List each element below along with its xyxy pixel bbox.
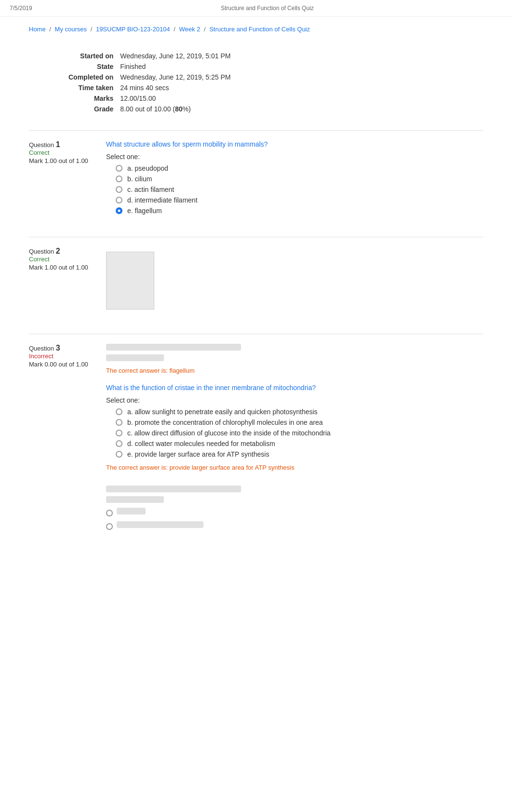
q1-mark: Mark 1.00 out of 1.00 <box>29 157 96 164</box>
breadcrumb-mycourses[interactable]: My courses <box>55 26 87 33</box>
blurred-q5-option <box>106 508 483 518</box>
list-item: d. intermediate filament <box>116 196 483 204</box>
radio-c[interactable] <box>116 186 122 193</box>
main-content: Started on Wednesday, June 12, 2019, 5:0… <box>0 41 512 570</box>
question-body-3: The correct answer is: flagellum What is… <box>106 344 483 532</box>
q3-status: Incorrect <box>29 352 96 360</box>
grade-label: Grade <box>68 105 119 115</box>
grade-text: 8.00 out of 10.00 ( <box>120 105 175 113</box>
q1-options: a. pseudopod b. cilium c. actin filament… <box>116 164 483 215</box>
q-label-text: Question <box>29 141 54 149</box>
breadcrumb-sep3: / <box>174 26 175 33</box>
q2-mark: Mark 1.00 out of 1.00 <box>29 264 96 271</box>
blurred-q5-2 <box>106 496 164 503</box>
blurred-option-text-2 <box>117 521 203 528</box>
blurred-q5-1 <box>106 486 241 492</box>
breadcrumb-sep2: / <box>91 26 93 33</box>
q-number-3: 3 <box>56 344 60 352</box>
breadcrumb-sep1: / <box>49 26 51 33</box>
blurred-line-2 <box>106 354 164 361</box>
question-body-2 <box>106 247 483 314</box>
question-block-1: Question 1 Correct Mark 1.00 out of 1.00… <box>29 130 483 217</box>
question-label-3: Question 3 <box>29 344 96 352</box>
blurred-option-text-1 <box>117 508 146 514</box>
radio-a[interactable] <box>116 165 122 172</box>
q2-image <box>106 252 154 310</box>
question-label-2: Question 2 <box>29 247 96 256</box>
q1-status: Correct <box>29 149 96 156</box>
list-item: d. collect water molecules needed for me… <box>116 440 483 447</box>
q4-section: What is the function of cristae in the i… <box>106 384 483 471</box>
q3-correct-answer: The correct answer is: flagellum <box>106 367 483 374</box>
state-label: State <box>68 63 119 72</box>
question-label-1: Question 1 <box>29 140 96 149</box>
radio-b[interactable] <box>116 176 122 182</box>
q2-status: Correct <box>29 256 96 263</box>
completed-on-value: Wednesday, June 12, 2019, 5:25 PM <box>120 73 230 83</box>
q4-correct-answer: The correct answer is: provide larger su… <box>106 464 483 471</box>
list-item: e. provide larger surface area for ATP s… <box>116 450 483 458</box>
time-taken-label: Time taken <box>68 84 119 94</box>
q5-blurred-section <box>106 486 483 532</box>
q3-blurred-text <box>106 344 483 361</box>
completed-on-label: Completed on <box>68 73 119 83</box>
q1-text: What structure allows for sperm mobility… <box>106 140 483 148</box>
state-value: Finished <box>120 63 230 72</box>
q4-select-one: Select one: <box>106 396 483 404</box>
list-item: b. cilium <box>116 175 483 183</box>
question-block-3: Question 3 Incorrect Mark 0.00 out of 1.… <box>29 334 483 532</box>
list-item: a. pseudopod <box>116 164 483 172</box>
breadcrumb-quiz[interactable]: Structure and Function of Cells Quiz <box>209 26 310 33</box>
breadcrumb-week[interactable]: Week 2 <box>179 26 200 33</box>
radio-q4-a[interactable] <box>116 408 122 415</box>
grade-value: 8.00 out of 10.00 (80%) <box>120 105 230 115</box>
radio-q4-c[interactable] <box>116 430 122 436</box>
list-item: c. actin filament <box>116 186 483 193</box>
list-item: b. promote the concentration of chloroph… <box>116 419 483 426</box>
breadcrumb-sep4: / <box>204 26 206 33</box>
list-item: c. allow direct diffusion of glucose int… <box>116 429 483 437</box>
started-on-label: Started on <box>68 52 119 62</box>
top-bar: 7/5/2019 Structure and Function of Cells… <box>0 0 512 17</box>
radio-q5-blurred-2[interactable] <box>106 523 113 530</box>
marks-value: 12.00/15.00 <box>120 95 230 104</box>
breadcrumb: Home / My courses / 19SUCMP BIO-123-2010… <box>0 17 512 41</box>
breadcrumb-course[interactable]: 19SUCMP BIO-123-20104 <box>96 26 170 33</box>
q-number-1: 1 <box>56 140 60 149</box>
date-label: 7/5/2019 <box>10 5 32 12</box>
blurred-q5-option2 <box>106 521 483 532</box>
question-meta-3: Question 3 Incorrect Mark 0.00 out of 1.… <box>29 344 106 532</box>
question-block-2: Question 2 Correct Mark 1.00 out of 1.00 <box>29 237 483 314</box>
radio-q4-d[interactable] <box>116 440 122 447</box>
breadcrumb-home[interactable]: Home <box>29 26 46 33</box>
q-label-text-3: Question <box>29 345 54 352</box>
q4-options: a. allow sunlight to penetrate easily an… <box>116 408 483 458</box>
list-item: e. flagellum <box>116 207 483 215</box>
marks-label: Marks <box>68 95 119 104</box>
radio-d[interactable] <box>116 197 122 203</box>
list-item: a. allow sunlight to penetrate easily an… <box>116 408 483 416</box>
started-on-value: Wednesday, June 12, 2019, 5:01 PM <box>120 52 230 62</box>
question-body-1: What structure allows for sperm mobility… <box>106 140 483 217</box>
radio-e[interactable] <box>116 207 122 214</box>
q1-select-one: Select one: <box>106 153 483 161</box>
blurred-line-1 <box>106 344 241 351</box>
page-title: Structure and Function of Cells Quiz <box>221 5 314 12</box>
q-label-text-2: Question <box>29 248 54 255</box>
grade-percent: %) <box>183 105 191 113</box>
radio-q4-b[interactable] <box>116 419 122 426</box>
q4-text: What is the function of cristae in the i… <box>106 384 483 392</box>
radio-q5-blurred[interactable] <box>106 510 113 516</box>
q-number-2: 2 <box>56 247 60 255</box>
summary-table: Started on Wednesday, June 12, 2019, 5:0… <box>67 51 231 116</box>
question-meta-1: Question 1 Correct Mark 1.00 out of 1.00 <box>29 140 106 217</box>
q3-mark: Mark 0.00 out of 1.00 <box>29 361 96 368</box>
time-taken-value: 24 mins 40 secs <box>120 84 230 94</box>
question-meta-2: Question 2 Correct Mark 1.00 out of 1.00 <box>29 247 106 314</box>
radio-q4-e[interactable] <box>116 451 122 458</box>
grade-bold-value: 80 <box>175 105 183 113</box>
